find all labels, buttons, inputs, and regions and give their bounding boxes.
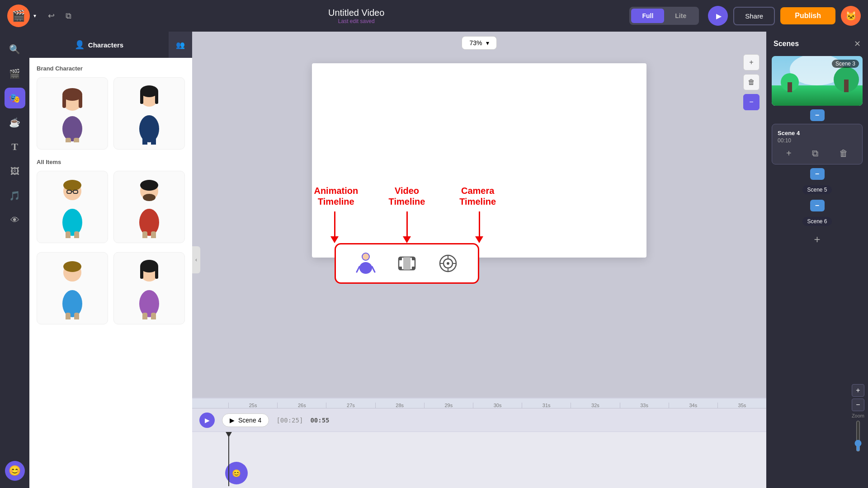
svg-rect-12 <box>142 138 147 145</box>
scene-5-badge: Scene 5 <box>802 185 831 194</box>
sidebar-item-music[interactable]: 🎵 <box>5 185 25 206</box>
user-avatar[interactable]: 🐱 <box>841 6 861 26</box>
zoom-label-text: Zoom <box>852 413 864 418</box>
scene-4-title: Scene 4 <box>778 130 857 136</box>
scene-4-add-button[interactable]: + <box>786 148 792 159</box>
character-card-4[interactable] <box>113 171 185 243</box>
scene-3-badge: Scene 3 <box>832 60 859 68</box>
zoom-controls: + − Zoom <box>852 384 864 452</box>
scenes-panel-title: Scenes <box>774 40 799 48</box>
scene-5-minus-button[interactable]: − <box>810 200 825 211</box>
logo-icon[interactable]: 🎬 <box>7 5 30 27</box>
undo-button[interactable]: ↩ <box>45 8 57 23</box>
sidebar-item-search[interactable]: 🔍 <box>5 39 25 60</box>
scene-5-container[interactable]: Scene 5 <box>766 183 868 196</box>
svg-rect-3 <box>62 94 66 108</box>
scenes-close-button[interactable]: ✕ <box>854 39 861 49</box>
panel-collapse-button[interactable]: ‹ <box>192 246 200 273</box>
logo-dropdown-arrow[interactable]: ▾ <box>33 13 36 19</box>
publish-button[interactable]: Publish <box>780 7 835 24</box>
scene-play-control[interactable]: ▶ Scene 4 <box>222 413 269 427</box>
share-button[interactable]: Share <box>733 7 775 25</box>
all-items-grid <box>37 171 185 243</box>
sidebar-item-scenes[interactable]: 🎬 <box>5 63 25 84</box>
character-figure-4 <box>129 170 170 244</box>
characters-header: 👤 Characters 👥 <box>29 32 192 58</box>
character-card-6[interactable] <box>113 252 185 324</box>
character-figure-5 <box>52 252 93 325</box>
svg-rect-26 <box>142 231 147 238</box>
preview-play-button[interactable]: ▶ <box>708 6 728 26</box>
copy-button[interactable]: ⧉ <box>63 9 74 23</box>
scene-4-minus-container: − <box>766 166 868 182</box>
svg-rect-36 <box>140 266 143 279</box>
left-sidebar: 🔍 🎬 🎭 ☕ T 🖼 🎵 👁 😊 <box>0 32 29 488</box>
svg-rect-37 <box>155 266 158 279</box>
svg-rect-10 <box>140 91 143 104</box>
character-card-5[interactable] <box>37 252 108 324</box>
all-items-label: All Items <box>37 159 185 165</box>
blue-tool-button[interactable]: − <box>743 94 760 110</box>
scene-4-duration: 00:10 <box>778 137 857 144</box>
svg-rect-62 <box>788 82 792 92</box>
svg-rect-6 <box>74 138 79 142</box>
scene-4-delete-button[interactable]: 🗑 <box>839 148 848 159</box>
more-chars-grid <box>37 252 185 324</box>
svg-point-0 <box>62 116 82 141</box>
delete-element-button[interactable]: 🗑 <box>743 74 760 90</box>
lite-view-button[interactable]: Lite <box>664 9 697 23</box>
zoom-dropdown-icon: ▾ <box>486 39 489 47</box>
svg-rect-38 <box>142 313 147 319</box>
timeline-time-bracket: [00:25] <box>276 417 303 424</box>
svg-point-24 <box>140 180 158 191</box>
sidebar-item-transitions[interactable]: 👁 <box>5 210 25 230</box>
sidebar-item-props[interactable]: ☕ <box>5 112 25 133</box>
sidebar-item-text[interactable]: T <box>5 136 25 157</box>
video-title[interactable]: Untitled Video <box>328 8 384 18</box>
full-view-button[interactable]: Full <box>631 9 664 23</box>
zoom-out-button[interactable]: − <box>852 399 864 411</box>
sidebar-item-characters[interactable]: 🎭 <box>5 88 25 108</box>
zoom-in-button[interactable]: + <box>852 384 864 397</box>
scene-4-card[interactable]: Scene 4 00:10 + ⧉ 🗑 <box>772 124 863 164</box>
character-figure-2 <box>129 77 170 150</box>
undo-redo-actions: ↩ ⧉ <box>45 8 74 23</box>
scene-6-container[interactable]: Scene 6 <box>766 215 868 228</box>
zoom-slider[interactable] <box>854 420 862 452</box>
svg-point-28 <box>62 290 82 317</box>
sidebar-item-backgrounds[interactable]: 🖼 <box>5 161 25 182</box>
svg-rect-64 <box>844 80 849 92</box>
characters-tab[interactable]: 👤 Characters <box>29 32 169 58</box>
scene-3-thumbnail[interactable]: Scene 3 <box>772 56 863 106</box>
character-card-1[interactable] <box>37 77 108 150</box>
svg-rect-11 <box>155 91 158 104</box>
ruler-ticks: 25s 26s 27s 28s 29s 30s 31s 32s 33s 34s … <box>228 403 766 408</box>
add-scene-button[interactable]: + <box>766 230 868 249</box>
add-element-button[interactable]: + <box>743 54 760 70</box>
characters-group-tab[interactable]: 👥 <box>169 32 192 58</box>
timeline-ruler: 25s 26s 27s 28s 29s 30s 31s 32s 33s 34s … <box>192 399 766 408</box>
character-figure-1 <box>52 79 93 148</box>
scene-4-duplicate-button[interactable]: ⧉ <box>812 148 818 159</box>
svg-point-25 <box>143 194 156 201</box>
character-card-2[interactable] <box>113 77 185 150</box>
svg-rect-21 <box>74 231 79 238</box>
svg-point-7 <box>139 115 159 142</box>
user-avatar-sidebar[interactable]: 😊 <box>5 461 25 481</box>
character-card-3[interactable] <box>37 171 108 243</box>
scene-3-minus-button[interactable]: − <box>810 109 825 121</box>
header-right-actions: ▶ Share Publish 🐱 <box>708 6 861 26</box>
track-area <box>192 432 766 486</box>
scene-name: Scene 4 <box>238 417 261 424</box>
scenes-panel: Scenes ✕ <box>766 32 868 488</box>
scene-4-minus-button[interactable]: − <box>810 168 825 180</box>
characters-tab-icon: 👤 <box>75 40 85 50</box>
play-icon: ▶ <box>716 12 722 20</box>
zoom-control[interactable]: 73% ▾ <box>462 36 496 50</box>
timeline-controls: ▶ ▶ Scene 4 [00:25] 00:55 <box>192 408 766 432</box>
global-play-button[interactable]: ▶ <box>199 413 215 428</box>
svg-rect-31 <box>66 313 71 319</box>
scene-play-icon: ▶ <box>230 417 235 424</box>
svg-rect-32 <box>74 313 79 319</box>
group-icon: 👥 <box>176 41 185 49</box>
